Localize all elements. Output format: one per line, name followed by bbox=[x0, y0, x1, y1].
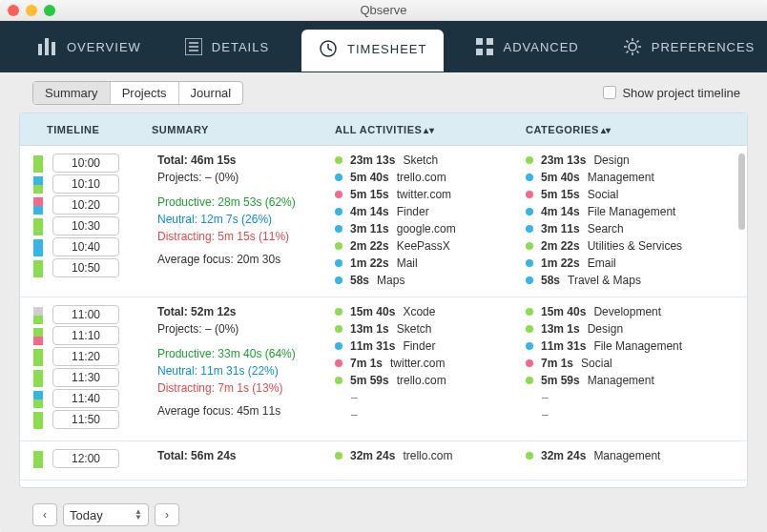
activity-row[interactable]: 2m 22sKeePassX bbox=[335, 239, 526, 253]
category-row[interactable]: 4m 14sFile Management bbox=[526, 205, 747, 218]
activity-row[interactable]: 13m 1sSketch bbox=[335, 322, 526, 336]
time-chip[interactable]: 11:40 bbox=[52, 389, 119, 408]
seg-projects[interactable]: Projects bbox=[111, 82, 179, 104]
col-timeline[interactable]: TIMELINE bbox=[47, 124, 152, 135]
activity-row[interactable]: 32m 24strello.com bbox=[335, 449, 526, 462]
close-icon[interactable] bbox=[8, 5, 19, 16]
checkbox-label: Show project timeline bbox=[622, 86, 740, 100]
category-dot-icon bbox=[526, 225, 533, 233]
zoom-icon[interactable] bbox=[44, 5, 55, 16]
category-row[interactable]: 3m 11sSearch bbox=[526, 222, 747, 235]
activity-row[interactable]: – bbox=[335, 408, 526, 421]
seg-summary[interactable]: Summary bbox=[33, 82, 111, 104]
activity-row[interactable]: 3m 11sgoogle.com bbox=[335, 222, 526, 235]
category-row[interactable]: 5m 59sManagement bbox=[526, 374, 747, 387]
category-dot-icon bbox=[526, 377, 533, 384]
category-dot-icon bbox=[335, 225, 342, 233]
time-chip[interactable]: 10:00 bbox=[52, 153, 119, 173]
next-day-button[interactable]: › bbox=[155, 503, 179, 526]
activities-column: 15m 40sXcode13m 1sSketch11m 31sFinder7m … bbox=[335, 305, 526, 431]
time-chip[interactable]: 11:20 bbox=[52, 347, 119, 366]
category-row[interactable]: 1m 22sEmail bbox=[526, 256, 747, 270]
col-activities[interactable]: ALL ACTIVITIES▴▾ bbox=[335, 124, 526, 135]
nav-label: DETAILS bbox=[212, 40, 269, 54]
category-row[interactable]: – bbox=[526, 408, 747, 421]
activity-row[interactable]: 4m 14sFinder bbox=[335, 205, 526, 218]
activity-row[interactable]: 5m 15stwitter.com bbox=[335, 188, 526, 201]
category-dot-icon bbox=[335, 208, 342, 215]
category-dot-icon bbox=[335, 174, 342, 181]
clock-icon bbox=[319, 39, 338, 58]
time-chip[interactable]: 11:00 bbox=[52, 305, 119, 324]
category-row[interactable]: 7m 1sSocial bbox=[526, 357, 747, 370]
timeline-bands bbox=[33, 305, 47, 431]
category-row[interactable]: 2m 22sUtilities & Services bbox=[526, 239, 747, 253]
col-summary[interactable]: SUMMARY bbox=[152, 124, 335, 135]
time-chip[interactable]: 10:50 bbox=[52, 258, 119, 277]
titlebar: Qbserve bbox=[0, 0, 767, 21]
activity-row[interactable]: 1m 22sMail bbox=[335, 256, 526, 270]
category-row[interactable]: 58sTravel & Maps bbox=[526, 274, 747, 287]
date-range-select[interactable]: Today ▲▼ bbox=[63, 503, 149, 526]
category-row[interactable]: 32m 24sManagement bbox=[526, 449, 747, 462]
app-window: Qbserve OVERVIEW DETAILS TIMESHEET ADVAN… bbox=[0, 0, 767, 532]
category-dot-icon bbox=[526, 452, 533, 460]
category-row[interactable]: 15m 40sDevelopment bbox=[526, 305, 747, 318]
table-row[interactable]: 10:0010:1010:2010:3010:4010:50Total: 46m… bbox=[20, 146, 747, 297]
activities-column: 32m 24strello.com bbox=[335, 449, 526, 470]
activity-row[interactable]: 58sMaps bbox=[335, 274, 526, 287]
category-dot-icon bbox=[335, 242, 342, 250]
time-chip[interactable]: 10:30 bbox=[52, 216, 119, 235]
time-chip[interactable]: 10:20 bbox=[52, 195, 119, 215]
category-row[interactable]: 11m 31sFile Management bbox=[526, 339, 747, 353]
table-body[interactable]: 10:0010:1010:2010:3010:4010:50Total: 46m… bbox=[20, 146, 747, 487]
col-categories[interactable]: CATEGORIES▴▾ bbox=[526, 124, 747, 135]
tab-overview[interactable]: OVERVIEW bbox=[27, 31, 153, 63]
time-chip[interactable]: 12:00 bbox=[52, 449, 119, 468]
time-chip[interactable]: 11:10 bbox=[52, 326, 119, 345]
table-row[interactable]: 11:0011:1011:2011:3011:4011:50Total: 52m… bbox=[20, 297, 747, 441]
tab-preferences[interactable]: PREFERENCES bbox=[612, 30, 767, 64]
categories-column: 32m 24sManagement bbox=[526, 449, 747, 470]
summary-column: Total: 56m 24s bbox=[152, 449, 335, 470]
activity-row[interactable]: 5m 40strello.com bbox=[335, 171, 526, 184]
filter-bar: Summary Projects Journal Show project ti… bbox=[0, 72, 767, 113]
activity-row[interactable]: 15m 40sXcode bbox=[335, 305, 526, 318]
time-chip[interactable]: 10:10 bbox=[52, 174, 119, 194]
category-dot-icon bbox=[526, 191, 533, 198]
category-row[interactable]: 5m 15sSocial bbox=[526, 188, 747, 201]
category-row[interactable]: – bbox=[526, 391, 747, 404]
activity-row[interactable]: – bbox=[335, 391, 526, 404]
prev-day-button[interactable]: ‹ bbox=[32, 503, 57, 526]
svg-rect-1 bbox=[45, 38, 49, 55]
category-row[interactable]: 23m 13sDesign bbox=[526, 153, 747, 167]
time-chip[interactable]: 10:40 bbox=[52, 237, 119, 256]
timeline-bands bbox=[33, 449, 47, 470]
activity-row[interactable]: 7m 1stwitter.com bbox=[335, 357, 526, 370]
sort-icon: ▴▾ bbox=[601, 125, 612, 135]
activity-row[interactable]: 5m 59strello.com bbox=[335, 374, 526, 387]
activity-row[interactable]: 11m 31sFinder bbox=[335, 339, 526, 353]
scrollbar-thumb[interactable] bbox=[738, 153, 745, 230]
category-dot-icon bbox=[335, 325, 342, 333]
tab-advanced[interactable]: ADVANCED bbox=[465, 31, 590, 63]
tab-details[interactable]: DETAILS bbox=[174, 31, 280, 63]
list-icon bbox=[185, 38, 202, 55]
minimize-icon[interactable] bbox=[26, 5, 37, 16]
seg-journal[interactable]: Journal bbox=[179, 82, 243, 104]
table-row[interactable]: 12:00Total: 56m 24s32m 24strello.com32m … bbox=[20, 441, 747, 481]
category-row[interactable]: 13m 1sDesign bbox=[526, 322, 747, 336]
show-project-timeline-toggle[interactable]: Show project timeline bbox=[603, 86, 740, 100]
svg-rect-0 bbox=[38, 44, 42, 55]
activity-row[interactable]: 23m 13sSketch bbox=[335, 153, 526, 167]
time-chip[interactable]: 11:50 bbox=[52, 410, 119, 429]
tab-timesheet[interactable]: TIMESHEET bbox=[301, 30, 444, 72]
category-dot-icon bbox=[526, 259, 533, 267]
time-chip[interactable]: 11:30 bbox=[52, 368, 119, 387]
checkbox-icon[interactable] bbox=[603, 86, 616, 99]
category-dot-icon bbox=[526, 276, 533, 284]
summary-column: Total: 46m 15sProjects: – (0%)Productive… bbox=[152, 153, 335, 287]
category-row[interactable]: 5m 40sManagement bbox=[526, 171, 747, 184]
activities-column: 23m 13sSketch5m 40strello.com5m 15stwitt… bbox=[335, 153, 526, 287]
summary-column: Total: 52m 12sProjects: – (0%)Productive… bbox=[152, 305, 335, 431]
